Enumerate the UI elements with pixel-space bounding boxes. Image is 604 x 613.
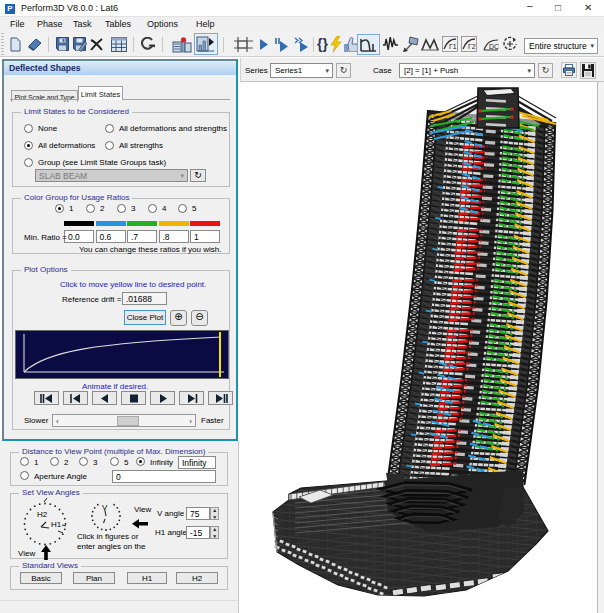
svg-text:DC: DC [489, 43, 499, 50]
svg-text:Γ2: Γ2 [468, 43, 476, 50]
svg-text:{}: {} [317, 36, 328, 52]
svg-text:Γ1: Γ1 [449, 43, 457, 50]
